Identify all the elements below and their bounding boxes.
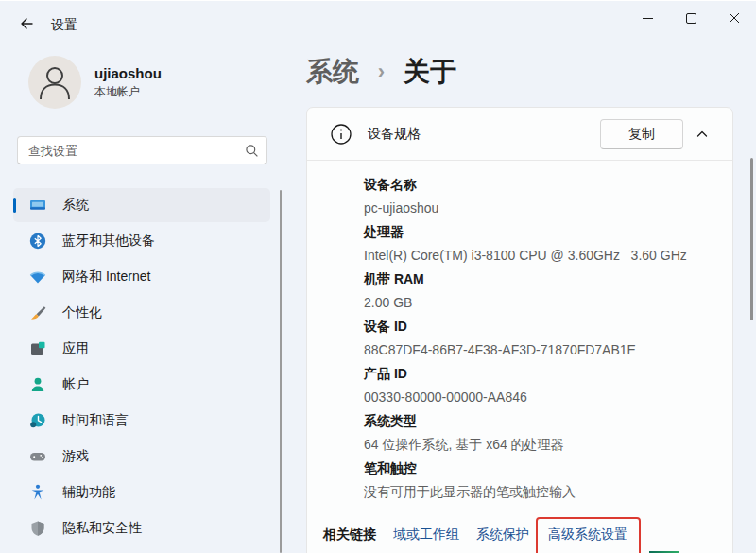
account-type: 本地帐户 [94, 84, 162, 100]
spec-row: 设备名称 pc-ujiaoshou [364, 173, 732, 220]
apps-icon [28, 339, 47, 358]
sidebar-item-label: 隐私和安全性 [62, 520, 142, 537]
sidebar-item-time-language[interactable]: 时间和语言 [13, 404, 270, 438]
sidebar-item-system[interactable]: 系统 [13, 188, 270, 222]
sidebar-item-apps[interactable]: 应用 [13, 332, 270, 366]
sidebar-item-personalization[interactable]: 个性化 [13, 296, 270, 330]
search-box [17, 136, 267, 164]
minimize-button[interactable] [626, 1, 669, 35]
sidebar-item-bluetooth[interactable]: 蓝牙和其他设备 [13, 224, 270, 258]
sidebar-item-label: 个性化 [62, 304, 102, 321]
breadcrumb-parent[interactable]: 系统 [306, 57, 359, 86]
spec-list: 设备名称 pc-ujiaoshou 处理器 Intel(R) Core(TM) … [307, 161, 732, 504]
user-profile[interactable]: ujiaoshou 本地帐户 [28, 56, 162, 109]
minimize-icon [643, 13, 653, 24]
info-icon [330, 123, 352, 146]
network-icon [28, 268, 47, 286]
spec-value: 88C87DF4-86B7-4F38-AF3D-71870FD7AB1E [364, 338, 732, 362]
sidebar-item-accessibility[interactable]: 辅助功能 [13, 475, 270, 510]
spec-value: 00330-80000-00000-AA846 [364, 386, 732, 409]
spec-label: 机带 RAM [364, 268, 732, 291]
sidebar-item-label: 蓝牙和其他设备 [62, 233, 155, 250]
related-links-row: 相关链接 域或工作组 系统保护 高级系统设置 [307, 510, 732, 553]
spec-row: 设备 ID 88C87DF4-86B7-4F38-AF3D-71870FD7AB… [364, 315, 732, 362]
device-spec-card: 设备规格 复制 设备名称 pc-ujiaoshou 处理器 Intel(R) C… [306, 107, 733, 553]
sidebar-item-label: 辅助功能 [62, 484, 115, 501]
device-spec-header[interactable]: 设备规格 复制 [307, 108, 732, 161]
sidebar-item-label: 时间和语言 [62, 412, 129, 429]
breadcrumb-separator-icon: › [378, 60, 385, 83]
sidebar-item-label: 应用 [62, 340, 89, 357]
breadcrumb: 系统 › 关于 [306, 54, 456, 90]
avatar [28, 56, 81, 109]
gaming-icon [28, 447, 47, 466]
spec-value: pc-ujiaoshou [364, 197, 732, 220]
sidebar-item-label: 系统 [62, 197, 89, 214]
sidebar-item-label: 游戏 [62, 448, 89, 465]
window-controls [626, 1, 756, 35]
spec-label: 系统类型 [364, 409, 732, 433]
personalization-icon [28, 303, 47, 322]
sidebar-item-gaming[interactable]: 游戏 [13, 440, 270, 474]
spec-label: 笔和触控 [364, 457, 732, 480]
system-icon [28, 196, 47, 215]
page-title: 关于 [404, 57, 456, 86]
spec-row: 机带 RAM 2.00 GB [364, 268, 732, 315]
spec-label: 产品 ID [364, 362, 732, 386]
sidebar-item-accounts[interactable]: 帐户 [13, 368, 270, 402]
link-advanced-system-settings[interactable]: 高级系统设置 [548, 527, 627, 542]
close-icon [729, 12, 740, 24]
collapse-button[interactable] [683, 119, 721, 149]
app-title: 设置 [51, 17, 77, 34]
spec-value: 64 位操作系统, 基于 x64 的处理器 [364, 433, 732, 457]
maximize-button[interactable] [669, 1, 713, 35]
content-scrollbar[interactable] [750, 158, 753, 320]
close-button[interactable] [713, 1, 756, 35]
search-icon [245, 144, 259, 158]
selected-indicator [13, 198, 16, 213]
red-highlight-box: 高级系统设置 [536, 517, 641, 553]
related-links-label: 相关链接 [323, 526, 376, 543]
accessibility-icon [28, 483, 47, 502]
link-domain-workgroup[interactable]: 域或工作组 [393, 526, 459, 543]
bluetooth-icon [28, 232, 47, 251]
maximize-icon [686, 13, 696, 24]
back-button[interactable] [9, 9, 43, 39]
spec-value: 2.00 GB [364, 291, 732, 315]
titlebar: 设置 [0, 1, 756, 48]
spec-label: 设备 ID [364, 315, 732, 338]
spec-row: 笔和触控 没有可用于此显示器的笔或触控输入 [364, 457, 732, 504]
sidebar-item-privacy[interactable]: 隐私和安全性 [13, 511, 270, 545]
accounts-icon [28, 375, 47, 394]
copy-button[interactable]: 复制 [600, 119, 683, 149]
sidebar-item-label: 帐户 [62, 376, 89, 393]
card-title: 设备规格 [368, 126, 421, 143]
sidebar-nav: 系统 蓝牙和其他设备 网络和 Internet 个性化 应用 [0, 186, 278, 547]
link-system-protection[interactable]: 系统保护 [476, 526, 529, 543]
spec-label: 处理器 [364, 220, 732, 244]
spec-row: 处理器 Intel(R) Core(TM) i3-8100 CPU @ 3.60… [364, 220, 732, 268]
chevron-up-icon [695, 127, 710, 142]
spec-value: 没有可用于此显示器的笔或触控输入 [364, 480, 732, 504]
time-language-icon [28, 411, 47, 430]
spec-value: Intel(R) Core(TM) i3-8100 CPU @ 3.60GHz … [364, 244, 732, 268]
spec-row: 产品 ID 00330-80000-00000-AA846 [364, 362, 732, 409]
spec-label: 设备名称 [364, 173, 732, 197]
sidebar-item-label: 网络和 Internet [62, 268, 150, 285]
spec-row: 系统类型 64 位操作系统, 基于 x64 的处理器 [364, 409, 732, 457]
sidebar-item-network[interactable]: 网络和 Internet [13, 260, 270, 294]
user-name: ujiaoshou [94, 65, 162, 81]
sidebar: ujiaoshou 本地帐户 系统 蓝牙和其他设备 网络和 Inte [0, 48, 302, 553]
person-icon [28, 56, 81, 109]
search-input[interactable] [28, 144, 245, 158]
back-arrow-icon [19, 16, 34, 31]
sidebar-scrollbar[interactable] [280, 190, 282, 553]
privacy-icon [28, 519, 47, 538]
